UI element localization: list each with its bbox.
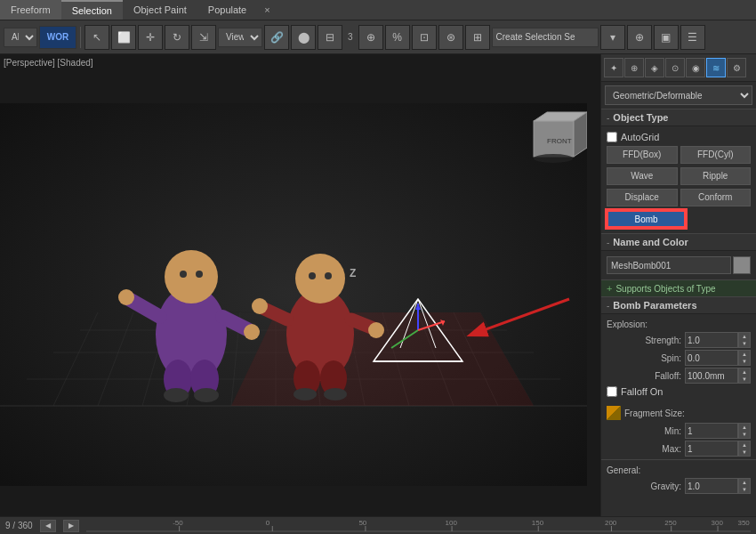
utilities-panel-icon[interactable]: ≋ xyxy=(706,58,726,77)
play-btn[interactable]: ▶ xyxy=(63,520,79,532)
menu-object-paint[interactable]: Object Paint xyxy=(123,0,197,20)
strength-spinner-up[interactable]: ▲ xyxy=(739,333,750,340)
svg-point-32 xyxy=(295,254,345,303)
svg-point-34 xyxy=(252,298,268,314)
falloff-on-checkbox[interactable] xyxy=(607,386,617,397)
conform-btn[interactable]: Conform xyxy=(680,189,752,206)
svg-point-20 xyxy=(165,250,218,303)
autogrid-checkbox[interactable] xyxy=(607,132,617,142)
gravity-spinner-down[interactable]: ▼ xyxy=(739,486,750,493)
align-btn[interactable]: ⊟ xyxy=(318,25,342,50)
select-tool-btn[interactable]: ↖ xyxy=(84,25,109,50)
svg-text:-50: -50 xyxy=(173,519,183,527)
gravity-value: 1.0 xyxy=(685,478,738,494)
percent-btn[interactable]: % xyxy=(385,25,410,50)
mirror-btn[interactable]: ⬤ xyxy=(291,25,316,50)
snap-toggle-btn[interactable]: 🔗 xyxy=(264,25,289,50)
falloff-spinner[interactable]: ▲ ▼ xyxy=(738,368,751,384)
falloff-row: Falloff: 100.0mm ▲ ▼ xyxy=(607,367,751,384)
settings-btn3[interactable]: ☰ xyxy=(680,25,705,50)
filter-dropdown[interactable]: All xyxy=(4,28,37,47)
max-spinner-up[interactable]: ▲ xyxy=(739,441,750,449)
general-label: General: xyxy=(607,464,751,477)
menu-populate[interactable]: Populate xyxy=(197,0,257,20)
name-color-section-header[interactable]: - Name and Color xyxy=(601,233,756,251)
snap-btn5[interactable]: ⊞ xyxy=(465,25,490,50)
gravity-spinner-up[interactable]: ▲ xyxy=(739,479,750,486)
ffd-cyl-btn[interactable]: FFD(Cyl) xyxy=(680,146,752,164)
menu-freeform[interactable]: Freeform xyxy=(0,0,61,20)
falloff-spinner-up[interactable]: ▲ xyxy=(739,368,750,376)
bomb-params-header[interactable]: - Bomb Parameters xyxy=(601,296,756,314)
gravity-spinner[interactable]: ▲ ▼ xyxy=(738,478,751,494)
svg-text:250: 250 xyxy=(664,519,677,527)
create-selection-input[interactable] xyxy=(492,28,599,47)
dropdown-chevron-btn[interactable]: ▾ xyxy=(600,25,625,50)
strength-spinner[interactable]: ▲ ▼ xyxy=(738,332,751,348)
create-panel-icon[interactable]: ✦ xyxy=(604,58,623,77)
strength-spinner-down[interactable]: ▼ xyxy=(739,340,750,347)
autogrid-row: AutoGrid xyxy=(607,130,751,144)
frame-counter: 9 / 360 xyxy=(5,521,33,530)
spin-row: Spin: 0.0 ▲ ▼ xyxy=(607,349,751,367)
fragment-size-label: Fragment Size: xyxy=(624,409,685,418)
spin-spinner[interactable]: ▲ ▼ xyxy=(738,350,751,366)
ripple-btn[interactable]: Ripple xyxy=(680,167,752,185)
spin-spinner-down[interactable]: ▼ xyxy=(739,358,750,365)
hierarchy-panel-icon[interactable]: ◈ xyxy=(645,58,664,77)
display-panel-icon[interactable]: ◉ xyxy=(686,58,705,77)
spin-spinner-up[interactable]: ▲ xyxy=(739,351,750,358)
menu-selection[interactable]: Selection xyxy=(61,0,123,20)
status-bar: 9 / 360 ◀ ▶ -50 0 50 100 150 200 250 300… xyxy=(0,516,756,534)
ffd-box-btn[interactable]: FFD(Box) xyxy=(607,146,678,164)
object-name-input[interactable] xyxy=(607,256,731,274)
svg-point-42 xyxy=(325,272,332,279)
min-spinner-down[interactable]: ▼ xyxy=(739,431,750,438)
svg-text:Z: Z xyxy=(350,267,356,279)
viewport[interactable]: [Perspective] [Shaded] xyxy=(0,54,600,516)
modify-panel-icon[interactable]: ⊕ xyxy=(624,58,644,77)
min-spinner-up[interactable]: ▲ xyxy=(739,424,750,431)
max-row: Max: 1 ▲ ▼ xyxy=(607,440,751,457)
spin-label: Spin: xyxy=(607,353,685,363)
svg-point-22 xyxy=(118,289,134,305)
wave-btn[interactable]: Wave xyxy=(607,167,678,185)
supports-section-header[interactable]: + Supports Objects of Type xyxy=(601,279,756,296)
tab-close-button[interactable]: × xyxy=(257,2,277,18)
snap-btn2[interactable]: ⊕ xyxy=(358,25,383,50)
fragment-section: Fragment Size: Min: 1 ▲ ▼ Max: 1 ▲ ▼ xyxy=(601,402,756,459)
min-spinner[interactable]: ▲ ▼ xyxy=(738,423,751,439)
geometry-type-dropdown[interactable]: Geometric/Deformable xyxy=(605,85,752,105)
motion-panel-icon[interactable]: ⊙ xyxy=(665,58,685,77)
min-row: Min: 1 ▲ ▼ xyxy=(607,422,751,440)
strength-row: Strength: 1.0 ▲ ▼ xyxy=(607,331,751,349)
displace-btn[interactable]: Displace xyxy=(607,189,678,206)
max-spinner-down[interactable]: ▼ xyxy=(739,449,750,456)
view-dropdown[interactable]: View xyxy=(218,28,262,47)
settings-btn1[interactable]: ⊕ xyxy=(627,25,652,50)
move-btn[interactable]: ✛ xyxy=(138,25,163,50)
snap-btn4[interactable]: ⊛ xyxy=(438,25,463,50)
bomb-params-label: Bomb Parameters xyxy=(613,300,696,311)
color-swatch[interactable] xyxy=(733,256,751,274)
svg-point-24 xyxy=(244,324,260,340)
falloff-spinner-down[interactable]: ▼ xyxy=(739,376,750,383)
settings-btn2[interactable]: ▣ xyxy=(654,25,679,50)
name-color-content xyxy=(601,251,756,279)
bomb-btn[interactable]: Bomb xyxy=(607,210,686,228)
max-spinner[interactable]: ▲ ▼ xyxy=(738,441,751,457)
timeline-scale: -50 0 50 100 150 200 250 300 350 xyxy=(86,519,751,533)
gravity-row: Gravity: 1.0 ▲ ▼ xyxy=(607,477,751,495)
svg-point-58 xyxy=(534,154,573,163)
snap-btn3[interactable]: ⊡ xyxy=(412,25,437,50)
extra-panel-icon[interactable]: ⚙ xyxy=(727,58,746,77)
scale-btn[interactable]: ⇲ xyxy=(191,25,216,50)
object-type-content: AutoGrid FFD(Box) FFD(Cyl) Wave Ripple D… xyxy=(601,126,756,233)
object-type-section-header[interactable]: - Object Type xyxy=(601,109,756,126)
rotate-btn[interactable]: ↻ xyxy=(165,25,189,50)
gravity-label: Gravity: xyxy=(607,481,685,491)
rect-select-btn[interactable]: ⬜ xyxy=(111,25,136,50)
max-value: 1 xyxy=(685,441,738,457)
svg-point-30 xyxy=(196,271,203,278)
prev-frame-btn[interactable]: ◀ xyxy=(40,520,56,532)
